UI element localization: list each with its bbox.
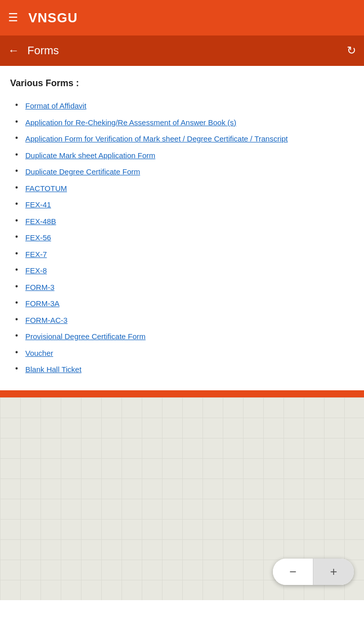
- list-item: Format of Affidavit: [10, 98, 354, 115]
- form-link[interactable]: FEX-41: [25, 199, 51, 211]
- list-item: Application Form for Verification of Mar…: [10, 131, 354, 148]
- list-item: FEX-56: [10, 230, 354, 246]
- form-link[interactable]: FEX-48B: [25, 216, 56, 228]
- menu-icon[interactable]: ☰: [8, 11, 18, 24]
- form-link[interactable]: FEX-8: [25, 265, 47, 277]
- form-link[interactable]: Application Form for Verification of Mar…: [25, 133, 288, 145]
- forms-list: Format of AffidavitApplication for Re-Ch…: [10, 98, 354, 378]
- list-item: Blank Hall Ticket: [10, 361, 354, 378]
- form-link[interactable]: Application for Re-Cheking/Re Assessment…: [25, 117, 236, 129]
- list-item: FORM-3A: [10, 296, 354, 312]
- list-item: Provisional Degree Certificate Form: [10, 328, 354, 345]
- list-item: Duplicate Mark sheet Application Form: [10, 148, 354, 164]
- form-link[interactable]: Duplicate Mark sheet Application Form: [25, 150, 155, 162]
- footer-bar: [0, 390, 364, 397]
- form-link[interactable]: FORM-3A: [25, 298, 60, 310]
- list-item: FEX-48B: [10, 213, 354, 230]
- form-link[interactable]: Provisional Degree Certificate Form: [25, 331, 146, 343]
- form-link[interactable]: Blank Hall Ticket: [25, 364, 82, 376]
- list-item: Duplicate Degree Certificate Form: [10, 164, 354, 180]
- list-item: Voucher: [10, 345, 354, 362]
- form-link[interactable]: FACTOTUM: [25, 183, 67, 195]
- secondary-toolbar: ← Forms ↻: [0, 35, 364, 66]
- top-app-bar: ☰ VNSGU: [0, 0, 364, 35]
- refresh-button[interactable]: ↻: [347, 44, 356, 57]
- zoom-out-button[interactable]: −: [273, 559, 313, 585]
- main-content: Various Forms : Format of AffidavitAppli…: [0, 66, 364, 390]
- list-item: FORM-3: [10, 279, 354, 296]
- form-link[interactable]: Format of Affidavit: [25, 100, 87, 112]
- app-title: VNSGU: [28, 10, 77, 26]
- map-area: − +: [0, 397, 364, 600]
- back-button[interactable]: ←: [8, 44, 19, 57]
- zoom-in-button[interactable]: +: [313, 559, 354, 585]
- form-link[interactable]: FORM-3: [25, 282, 55, 293]
- section-title: Various Forms :: [10, 78, 354, 89]
- form-link[interactable]: FORM-AC-3: [25, 315, 67, 326]
- list-item: Application for Re-Cheking/Re Assessment…: [10, 115, 354, 131]
- form-link[interactable]: Voucher: [25, 348, 53, 359]
- list-item: FACTOTUM: [10, 180, 354, 197]
- list-item: FEX-8: [10, 263, 354, 279]
- form-link[interactable]: FEX-56: [25, 232, 51, 244]
- zoom-controls: − +: [273, 559, 354, 585]
- form-link[interactable]: FEX-7: [25, 249, 47, 261]
- form-link[interactable]: Duplicate Degree Certificate Form: [25, 166, 140, 178]
- list-item: FORM-AC-3: [10, 312, 354, 329]
- list-item: FEX-41: [10, 197, 354, 213]
- page-title: Forms: [27, 44, 347, 57]
- list-item: FEX-7: [10, 246, 354, 263]
